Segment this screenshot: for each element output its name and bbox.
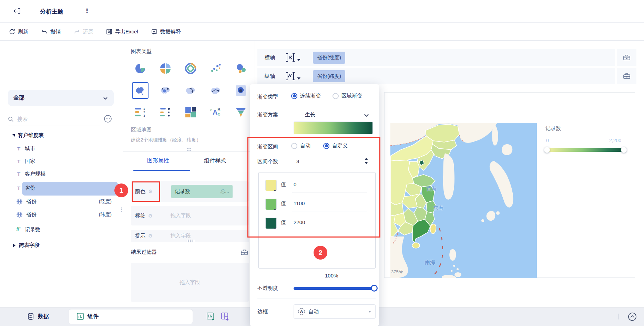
radio-region-gradient[interactable]: 区域渐变 xyxy=(333,93,362,99)
drop-field-placeholder[interactable]: 拖入字段 xyxy=(171,212,191,219)
prop-row-label: 标签 ⚙ 拖入字段 xyxy=(131,206,249,225)
filter-drop-zone[interactable]: 拖入字段 xyxy=(131,263,249,302)
value-label: 值 xyxy=(281,181,286,188)
china-map-canvas[interactable]: 黄海 东海 南海 375号 xyxy=(390,123,537,278)
y-axis-field-pill[interactable]: 省份(纬度) xyxy=(313,70,345,82)
sea-label-south-china-sea: 南海 xyxy=(425,259,435,266)
chart-type-globe-icon[interactable] xyxy=(185,63,196,74)
annotation-step-1-badge: 1 xyxy=(114,183,128,197)
svg-text:c: c xyxy=(210,108,212,112)
undo-button[interactable]: 撤销 xyxy=(41,29,61,35)
gear-icon[interactable]: ⚙ xyxy=(148,213,153,219)
interval-count-value[interactable]: 3 xyxy=(296,158,299,164)
add-chart-icon[interactable] xyxy=(206,312,215,321)
chart-type-pie-icon[interactable] xyxy=(134,63,146,74)
export-excel-button[interactable]: 导出Excel xyxy=(106,29,138,35)
sidebar-group-customer-dim[interactable]: 客户维度表 xyxy=(12,132,44,139)
color-swatch-2[interactable] xyxy=(265,199,277,210)
chart-type-wordcloud-icon[interactable]: cABD xyxy=(210,106,222,118)
chart-type-scatter-icon[interactable] xyxy=(210,63,222,74)
chart-type-title: 图表类型 xyxy=(131,48,152,55)
back-icon[interactable] xyxy=(13,7,21,15)
x-axis-field-pill[interactable]: 省份(经度) xyxy=(313,52,345,64)
stop-value-input-2[interactable]: 1100 xyxy=(294,200,305,206)
text-field-icon: T xyxy=(17,146,25,151)
radio-auto-range[interactable]: 自动 xyxy=(291,143,310,149)
chevron-down-icon xyxy=(103,95,108,101)
chart-type-flow-map-icon[interactable] xyxy=(185,85,196,96)
border-select[interactable]: A 自动 xyxy=(294,304,376,319)
sidebar-item-record-count[interactable]: #* 记录数 xyxy=(16,227,40,233)
chart-type-heat-map-icon[interactable] xyxy=(235,85,247,96)
search-input[interactable]: 搜索 xyxy=(8,113,100,126)
chart-type-line-map-icon[interactable] xyxy=(210,85,222,96)
sidebar-group-cross-table[interactable]: 跨表字段 xyxy=(13,242,40,249)
data-explain-button[interactable]: 数据解释 xyxy=(151,29,181,35)
axis-dropdown-arrow-icon[interactable] xyxy=(297,59,300,61)
axis-swap-icon[interactable] xyxy=(285,52,295,63)
field-suffix: (经度) xyxy=(99,199,112,205)
dataset-scope-select[interactable]: 全部 xyxy=(8,90,114,106)
scheme-chevron-down-icon[interactable] xyxy=(364,112,369,118)
sidebar-item-province-lng[interactable]: 省份 (经度) xyxy=(16,198,118,205)
gear-icon[interactable]: ⚙ xyxy=(148,189,153,194)
chart-hint-label: 建议2个地理维度（经度、纬度） xyxy=(131,137,201,143)
section-drag-handle[interactable] xyxy=(187,240,195,243)
search-icon xyxy=(8,116,14,122)
pill-label: 省份(经度) xyxy=(317,54,341,61)
interval-stepper[interactable] xyxy=(365,158,368,164)
radio-custom-range[interactable]: 自定义 xyxy=(323,143,348,149)
chart-type-region-map-icon[interactable] xyxy=(134,85,146,96)
sidebar-item-province[interactable]: T 省份 xyxy=(17,185,35,191)
chart-type-dot-list-icon[interactable] xyxy=(160,106,171,118)
stop-value-input-1[interactable]: 0 xyxy=(294,181,296,187)
drop-field-placeholder[interactable]: 拖入字段 xyxy=(171,233,191,239)
axis-dropdown-arrow-icon[interactable] xyxy=(297,77,300,80)
legend-max-handle[interactable] xyxy=(621,147,627,153)
group-label: 跨表字段 xyxy=(19,242,40,249)
stepper-up-icon[interactable] xyxy=(365,158,368,160)
search-options-icon[interactable] xyxy=(103,114,112,123)
redo-button[interactable]: 还原 xyxy=(74,29,93,35)
legend-min-handle[interactable] xyxy=(544,147,550,153)
radio-icon xyxy=(291,143,297,149)
sidebar-item-province-lat[interactable]: 省份 (纬度) xyxy=(16,211,118,218)
color-swatch-3[interactable] xyxy=(265,218,277,229)
sidebar-item-country[interactable]: T 国家 xyxy=(17,158,35,165)
chart-type-bubble-map-icon[interactable] xyxy=(160,85,171,96)
refresh-button[interactable]: 刷新 xyxy=(9,29,28,35)
chart-type-treemap-icon[interactable] xyxy=(185,106,196,118)
interval-count-label: 区间个数 xyxy=(257,158,278,165)
briefcase-icon[interactable] xyxy=(240,248,248,256)
chart-type-bubble-icon[interactable] xyxy=(235,63,247,74)
more-menu-icon[interactable]: ⋮ xyxy=(84,7,90,14)
field-label: 国家 xyxy=(25,158,35,165)
toolbar: 刷新 撤销 还原 导出Excel 数据解释 xyxy=(0,23,644,41)
chart-type-multi-pie-icon[interactable] xyxy=(160,63,171,74)
color-swatch-1[interactable] xyxy=(265,180,277,191)
sidebar-item-customer-scale[interactable]: T 客户规模 xyxy=(17,171,45,177)
tab-graphic-properties[interactable]: 图形属性 xyxy=(147,157,169,165)
chart-type-funnel-icon[interactable] xyxy=(235,106,247,118)
panel-drag-handle[interactable] xyxy=(187,148,192,151)
stepper-down-icon[interactable] xyxy=(365,162,368,164)
chart-type-rank-list-icon[interactable]: 123 xyxy=(134,106,146,118)
radio-continuous-gradient[interactable]: 连续渐变 xyxy=(291,93,321,99)
tab-component-style[interactable]: 组件样式 xyxy=(204,157,226,165)
sidebar-item-city[interactable]: T 城市 xyxy=(17,145,35,152)
axis-line-icon[interactable] xyxy=(285,71,295,81)
opacity-value: 100% xyxy=(325,273,338,278)
briefcase-icon[interactable] xyxy=(623,72,631,80)
opacity-slider-track[interactable] xyxy=(294,287,376,290)
add-layout-icon[interactable] xyxy=(221,312,230,321)
opacity-slider-handle[interactable] xyxy=(371,285,378,292)
tab-component[interactable]: 组件 xyxy=(76,313,99,320)
color-field-pill[interactable]: 记录数 总... xyxy=(171,185,233,198)
result-filter-title: 结果过滤器 xyxy=(131,249,157,255)
stop-value-input-3[interactable]: 2200 xyxy=(294,219,305,225)
gradient-scheme-value[interactable]: 生长 xyxy=(305,112,315,118)
collapse-panel-button[interactable] xyxy=(627,312,637,322)
gear-icon[interactable]: ⚙ xyxy=(148,233,153,239)
tab-data[interactable]: 数据 xyxy=(27,313,49,320)
briefcase-icon[interactable] xyxy=(623,53,631,62)
